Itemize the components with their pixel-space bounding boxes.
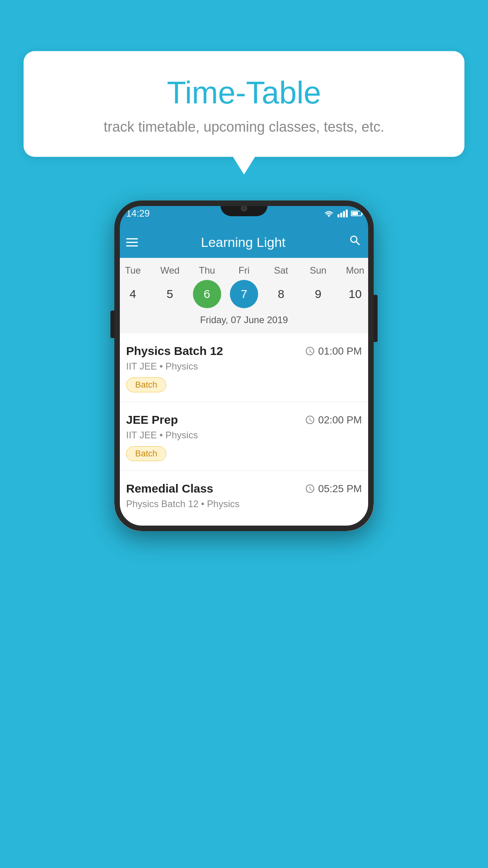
item-1-badge: Batch: [126, 377, 166, 392]
item-3-subtitle: Physics Batch 12 • Physics: [126, 498, 362, 509]
clock-icon-3: [305, 484, 315, 494]
day-mon[interactable]: Mon: [339, 265, 371, 276]
day-thu[interactable]: Thu: [191, 265, 223, 276]
volume-button: [110, 311, 114, 338]
day-sun[interactable]: Sun: [303, 265, 334, 276]
item-2-badge: Batch: [126, 446, 166, 461]
search-icon[interactable]: [349, 234, 362, 250]
phone-mockup: 14:29: [114, 200, 374, 531]
schedule-item-3[interactable]: Remedial Class 05:25 PM Physics Batch 12…: [114, 471, 374, 531]
speech-bubble: Time-Table track timetable, upcoming cla…: [24, 51, 464, 157]
item-2-header: JEE Prep 02:00 PM: [126, 413, 362, 427]
schedule-item-1[interactable]: Physics Batch 12 01:00 PM IIT JEE • Phys…: [114, 333, 374, 402]
calendar-strip: Tue Wed Thu Fri Sat Sun Mon 4 5 6 7 8: [114, 258, 374, 333]
day-tue[interactable]: Tue: [117, 265, 149, 276]
status-icons: [323, 209, 362, 218]
date-10[interactable]: 10: [341, 280, 369, 308]
hamburger-menu[interactable]: [126, 238, 138, 246]
item-3-time-value: 05:25 PM: [318, 483, 362, 495]
item-1-title: Physics Batch 12: [126, 344, 223, 358]
clock-icon: [305, 346, 315, 356]
status-time: 14:29: [126, 208, 150, 219]
day-sat[interactable]: Sat: [265, 265, 297, 276]
item-3-header: Remedial Class 05:25 PM: [126, 482, 362, 495]
item-1-subtitle: IIT JEE • Physics: [126, 361, 362, 372]
power-button: [374, 295, 378, 342]
date-9[interactable]: 9: [304, 280, 332, 308]
dates-row: 4 5 6 7 8 9 10: [114, 280, 374, 308]
item-2-time-value: 02:00 PM: [318, 414, 362, 426]
selected-date-label: Friday, 07 June 2019: [114, 314, 374, 329]
status-bar: 14:29: [114, 200, 374, 226]
date-5[interactable]: 5: [156, 280, 184, 308]
phone-notch: [220, 200, 268, 216]
item-2-subtitle: IIT JEE • Physics: [126, 430, 362, 441]
days-row: Tue Wed Thu Fri Sat Sun Mon: [114, 265, 374, 276]
item-2-title: JEE Prep: [126, 413, 178, 427]
item-1-time-value: 01:00 PM: [318, 345, 362, 357]
item-2-time: 02:00 PM: [305, 414, 362, 426]
app-header: Learning Light: [114, 226, 374, 258]
date-8[interactable]: 8: [267, 280, 295, 308]
app-title: Learning Light: [201, 235, 286, 250]
date-4[interactable]: 4: [119, 280, 147, 308]
bubble-subtitle: track timetable, upcoming classes, tests…: [47, 119, 441, 135]
phone-frame: 14:29: [114, 200, 374, 531]
item-1-time: 01:00 PM: [305, 345, 362, 357]
day-wed[interactable]: Wed: [154, 265, 185, 276]
item-3-time: 05:25 PM: [305, 483, 362, 495]
battery-icon: [351, 211, 362, 216]
camera: [241, 205, 247, 211]
day-fri[interactable]: Fri: [228, 265, 260, 276]
date-7-selected[interactable]: 7: [230, 280, 258, 308]
date-6-today[interactable]: 6: [193, 280, 221, 308]
schedule-item-2[interactable]: JEE Prep 02:00 PM IIT JEE • Physics Batc…: [114, 402, 374, 471]
schedule-list: Physics Batch 12 01:00 PM IIT JEE • Phys…: [114, 333, 374, 531]
clock-icon-2: [305, 415, 315, 425]
item-1-header: Physics Batch 12 01:00 PM: [126, 344, 362, 358]
bubble-title: Time-Table: [47, 75, 441, 111]
wifi-icon: [323, 209, 334, 218]
item-3-title: Remedial Class: [126, 482, 213, 495]
signal-icon: [338, 210, 348, 217]
speech-bubble-container: Time-Table track timetable, upcoming cla…: [24, 51, 464, 157]
